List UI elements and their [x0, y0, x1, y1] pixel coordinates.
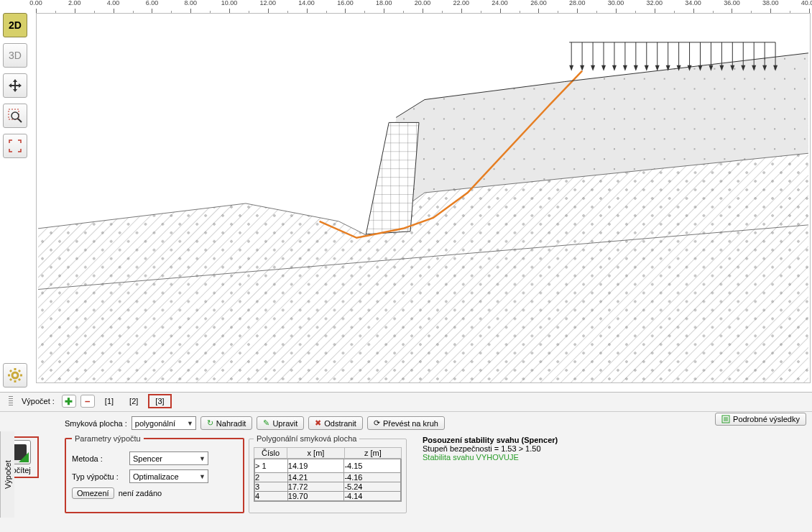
svg-point-1: [11, 112, 19, 119]
convert-button[interactable]: ⟳Převést na kruh: [367, 416, 445, 430]
side-tab-vypocet[interactable]: Výpočet: [0, 431, 14, 518]
results-verdict: Stabilita svahu VYHOVUJE: [423, 453, 803, 462]
analysis-tab-1[interactable]: [1]: [99, 395, 119, 407]
table-row[interactable]: > 114.19-4.15: [255, 459, 401, 473]
move-button[interactable]: [3, 73, 27, 98]
poly-table-header: Číslox [m]z [m]: [254, 447, 402, 459]
results-block: Posouzení stability svahu (Spencer) Stup…: [411, 434, 803, 462]
results-fs: Stupeň bezpečnosti = 1.53 > 1.50: [423, 444, 803, 453]
view-2d-button[interactable]: 2D: [3, 13, 27, 37]
poly-table-group: Polygonální smyková plocha Číslox [m]z […: [249, 434, 407, 513]
poly-table-legend: Polygonální smyková plocha: [254, 434, 359, 443]
gear-icon: [7, 367, 23, 383]
viewport: 2D 3D 0.002.004.006.008.0010.0012.0014.0…: [0, 0, 812, 385]
remove-analysis-button[interactable]: −: [80, 395, 95, 408]
view-3d-button[interactable]: 3D: [3, 43, 27, 68]
table-row[interactable]: 317.72-5.24: [255, 482, 401, 492]
delete-button[interactable]: ✖Odstranit: [308, 416, 363, 430]
analysis-tab-3[interactable]: [3]: [148, 394, 171, 408]
fit-view-button[interactable]: [3, 134, 27, 158]
method-label: Metoda :: [72, 454, 129, 463]
analysis-label: Výpočet :: [22, 397, 55, 405]
canvas[interactable]: [36, 13, 811, 383]
slope-drawing: [37, 14, 810, 382]
add-analysis-button[interactable]: ✚: [62, 395, 76, 408]
calc-params-group: Parametry výpočtu Metoda : Spencer▼ Typ …: [65, 434, 244, 513]
calc-type-label: Typ výpočtu :: [72, 472, 129, 481]
zoom-select-button[interactable]: [3, 104, 27, 128]
svg-line-9: [19, 379, 20, 380]
svg-rect-0: [9, 109, 19, 119]
slip-surface-label: Smyková plocha :: [65, 419, 127, 428]
edit-button[interactable]: ✎Upravit: [257, 416, 304, 430]
settings-button[interactable]: [3, 363, 27, 387]
svg-line-11: [10, 379, 11, 380]
poly-table-body: > 114.19-4.15214.21-4.16317.72-5.24419.7…: [254, 459, 401, 501]
analysis-panel: Výpočet : ✚ − [1] [2] [3] Podrobné výsle…: [0, 392, 812, 532]
svg-line-2: [18, 119, 22, 122]
calc-type-select[interactable]: Optimalizace: [129, 469, 208, 483]
move-icon: [8, 78, 22, 93]
restrictions-button[interactable]: Omezení: [72, 487, 114, 499]
restrictions-text: není zadáno: [119, 489, 162, 497]
svg-line-10: [19, 370, 20, 372]
replace-button[interactable]: ↻Nahradit: [200, 416, 253, 430]
svg-line-8: [10, 370, 11, 372]
results-title: Posouzení stability svahu (Spencer): [423, 436, 803, 444]
table-row[interactable]: 214.21-4.16: [255, 473, 401, 482]
slip-surface-select[interactable]: polygonální: [132, 416, 196, 430]
view-toolbar: 2D 3D: [3, 13, 30, 158]
grip-icon: [9, 396, 13, 406]
poly-table-scroll[interactable]: > 114.19-4.15214.21-4.16317.72-5.24419.7…: [254, 459, 402, 502]
table-row[interactable]: 419.70-4.14: [255, 492, 401, 501]
analysis-tabs-row: Výpočet : ✚ − [1] [2] [3]: [0, 393, 812, 412]
params-legend: Parametry výpočtu: [72, 434, 144, 443]
zoom-select-icon: [7, 108, 23, 124]
ruler: 0.002.004.006.008.0010.0012.0014.0016.00…: [36, 0, 811, 13]
fit-view-icon: [8, 139, 22, 153]
method-select[interactable]: Spencer: [129, 451, 208, 465]
analysis-tab-2[interactable]: [2]: [124, 395, 144, 407]
svg-point-3: [12, 372, 18, 378]
view-2d-label: 2D: [9, 19, 22, 31]
